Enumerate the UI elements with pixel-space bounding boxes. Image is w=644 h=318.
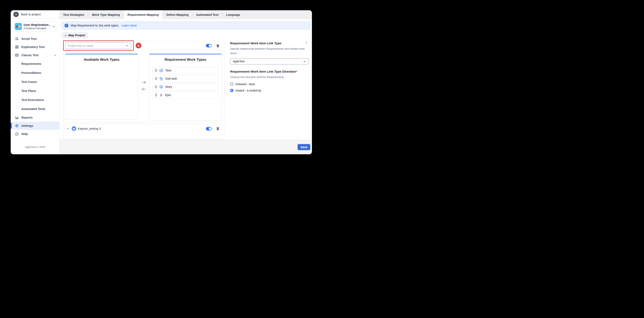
link-type-description: Specify relationship between Requirement… bbox=[230, 47, 309, 56]
sidebar-item-requirements[interactable]: Requirements bbox=[11, 59, 60, 68]
info-banner: i Map Requirement to Jira work types. Le… bbox=[62, 21, 310, 29]
direction-title: Requirement Work Item Link Type Directio… bbox=[230, 70, 309, 73]
reports-icon bbox=[15, 116, 19, 119]
work-type-panels: Available Work Types Requirement Work bbox=[64, 50, 224, 122]
radio-inward-is-tested-by[interactable]: Inward - is tested by bbox=[230, 89, 309, 92]
tab-label: Automated Test bbox=[196, 13, 219, 16]
sidebar-nav: Script Test Exploratory Test Classic Tes… bbox=[11, 32, 60, 138]
chevron-down-icon bbox=[54, 54, 56, 57]
collapsed-project-name: Kayson_testing 3 bbox=[78, 127, 101, 130]
sidebar-subitem-label: Test Executions bbox=[21, 98, 44, 102]
work-type-item-task[interactable]: Task bbox=[152, 67, 219, 74]
back-to-project-label: Back to project bbox=[21, 13, 41, 16]
save-button[interactable]: Save bbox=[298, 144, 310, 150]
project-avatar bbox=[72, 126, 76, 131]
sidebar-item-label: Help bbox=[21, 132, 56, 136]
work-type-item-epic[interactable]: Epic bbox=[152, 92, 219, 99]
project-key-placeholder: Project key or name bbox=[68, 44, 125, 47]
sidebar: Back to project User Registration... Com… bbox=[11, 10, 60, 154]
sidebar-item-exploratory-test[interactable]: Exploratory Test bbox=[11, 43, 60, 51]
tab-language[interactable]: Language bbox=[222, 10, 244, 19]
project-type: Company-managed bbox=[24, 27, 50, 30]
story-icon bbox=[160, 85, 163, 89]
enable-mapping-toggle[interactable] bbox=[206, 44, 212, 47]
tab-automated-test[interactable]: Automated Test bbox=[193, 10, 222, 19]
subtask-icon bbox=[160, 77, 163, 80]
tab-separator bbox=[192, 13, 192, 16]
project-switcher[interactable]: User Registration... Company-managed bbox=[13, 21, 57, 32]
sidebar-item-classic-test[interactable]: Classic Test bbox=[11, 51, 60, 59]
work-type-label: Story bbox=[165, 85, 172, 88]
tab-label: Test Strategies bbox=[63, 13, 84, 16]
tab-label: Language bbox=[226, 13, 240, 16]
sidebar-item-settings[interactable]: Settings bbox=[11, 122, 60, 130]
trash-icon[interactable] bbox=[216, 127, 220, 131]
radio-label: Outward - tests bbox=[236, 82, 255, 86]
collapsed-card-controls bbox=[206, 127, 220, 131]
help-icon: ? bbox=[15, 132, 19, 136]
sidebar-item-test-plans[interactable]: Test Plans bbox=[11, 86, 60, 95]
project-mapping-card: Project key or name bbox=[63, 41, 224, 122]
work-type-item-subtask[interactable]: Sub-task bbox=[152, 75, 219, 82]
link-type-select[interactable]: AgileTest bbox=[230, 58, 309, 64]
chevron-down-icon bbox=[125, 44, 128, 47]
svg-text:?: ? bbox=[16, 133, 18, 135]
tab-separator bbox=[162, 13, 163, 16]
learn-more-link[interactable]: Learn more bbox=[122, 24, 137, 27]
trash-icon[interactable] bbox=[216, 44, 220, 48]
exploratory-test-icon bbox=[15, 45, 19, 49]
tab-separator bbox=[124, 13, 124, 16]
drag-handle-icon[interactable] bbox=[155, 69, 157, 72]
drag-handle-icon[interactable] bbox=[155, 85, 157, 88]
radio-unselected-icon[interactable] bbox=[230, 82, 234, 86]
tab-defect-mapping[interactable]: Defect Mapping bbox=[163, 10, 192, 19]
chevron-down-icon bbox=[52, 25, 55, 28]
required-asterisk: * bbox=[306, 41, 307, 45]
available-panel-title: Available Work Types bbox=[65, 58, 138, 62]
link-type-panel: Requirement Work Item Link Type * Specif… bbox=[230, 41, 309, 92]
sidebar-subitem-label: Automated Tests bbox=[21, 107, 46, 111]
link-type-selected-value: AgileTest bbox=[233, 60, 303, 63]
content-area: i Map Requirement to Jira work types. Le… bbox=[60, 19, 312, 140]
map-project-button[interactable]: + Map Project bbox=[62, 32, 88, 39]
sidebar-item-test-executions[interactable]: Test Executions bbox=[11, 95, 60, 104]
sidebar-item-reports[interactable]: Reports bbox=[11, 114, 60, 122]
sidebar-subitem-label: Preconditions bbox=[21, 71, 41, 74]
sidebar-item-label: Classic Test bbox=[21, 54, 51, 57]
tab-work-type-mapping[interactable]: Work Type Mapping bbox=[88, 10, 123, 19]
enable-mapping-toggle[interactable] bbox=[206, 127, 212, 131]
back-to-project-button[interactable]: Back to project bbox=[11, 10, 60, 19]
project-avatar-icon bbox=[15, 23, 22, 30]
sidebar-item-help[interactable]: ? Help bbox=[11, 130, 60, 138]
sidebar-item-automated-tests[interactable]: Automated Tests bbox=[11, 104, 60, 114]
arrow-right-icon[interactable] bbox=[142, 81, 146, 84]
banner-text: Map Requirement to Jira work types. bbox=[71, 24, 119, 27]
map-project-label: Map Project bbox=[68, 34, 85, 37]
radio-outward-tests[interactable]: Outward - tests bbox=[230, 82, 309, 86]
drag-handle-icon[interactable] bbox=[155, 93, 157, 97]
sidebar-subitem-label: Test Plans bbox=[21, 89, 36, 93]
project-key-select[interactable]: Project key or name bbox=[65, 42, 131, 49]
radio-selected-icon[interactable] bbox=[230, 89, 234, 92]
info-icon: i bbox=[64, 24, 68, 27]
classic-test-icon bbox=[15, 53, 19, 57]
tab-test-strategies[interactable]: Test Strategies bbox=[60, 10, 88, 19]
copyright-text: AgileTest © 2025 bbox=[11, 146, 60, 154]
work-type-item-story[interactable]: Story bbox=[152, 83, 219, 90]
sidebar-item-script-test[interactable]: Script Test bbox=[11, 35, 60, 43]
sidebar-item-preconditions[interactable]: Preconditions bbox=[11, 68, 60, 77]
arrow-left-icon[interactable] bbox=[142, 87, 146, 91]
drag-handle-icon[interactable] bbox=[155, 77, 157, 80]
sidebar-item-label: Reports bbox=[21, 116, 56, 119]
sidebar-item-test-cases[interactable]: Test Cases bbox=[11, 77, 60, 86]
project-name: User Registration... bbox=[24, 23, 50, 26]
tab-separator bbox=[88, 13, 88, 16]
collapsed-card-row: Kayson_testing 3 bbox=[64, 124, 224, 133]
tab-requirement-mapping[interactable]: Requirement Mapping bbox=[124, 10, 162, 19]
project-switcher-meta: User Registration... Company-managed bbox=[24, 23, 50, 30]
main-area: Test Strategies Work Type Mapping Requir… bbox=[60, 10, 312, 154]
tab-label: Defect Mapping bbox=[166, 13, 189, 16]
epic-icon bbox=[160, 93, 163, 97]
annotation-step-badge: 4 bbox=[136, 43, 142, 48]
chevron-down-icon[interactable] bbox=[66, 127, 69, 130]
